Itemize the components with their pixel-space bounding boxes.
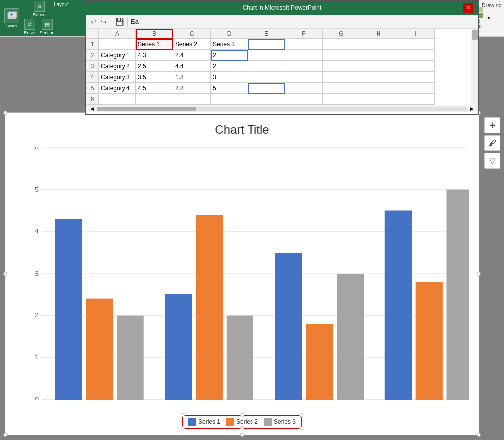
legend-handle-bl[interactable] <box>181 426 185 430</box>
cell-a3[interactable]: Category 2 <box>99 61 136 72</box>
cell-f1[interactable] <box>285 39 323 50</box>
col-header-i[interactable]: I <box>397 29 435 39</box>
handle-bot-center[interactable] <box>240 433 244 437</box>
bar-cat1-s3[interactable] <box>117 316 143 400</box>
cell-f6[interactable] <box>285 94 323 105</box>
cell-a6[interactable] <box>99 94 136 105</box>
scroll-thumb[interactable] <box>97 107 196 111</box>
cell-e2[interactable] <box>248 50 285 61</box>
cell-d5[interactable]: 5 <box>211 83 248 94</box>
bar-cat1-s2[interactable] <box>86 299 113 400</box>
bar-cat2-s2[interactable] <box>196 215 223 400</box>
handle-mid-left[interactable] <box>3 272 7 276</box>
bar-cat2-s1[interactable] <box>165 294 192 400</box>
reset-button[interactable]: ↺ Reset <box>22 18 37 36</box>
cell-d4[interactable]: 3 <box>211 72 248 83</box>
cell-g1[interactable] <box>323 39 360 50</box>
undo-button[interactable]: ↩ <box>90 17 98 27</box>
bar-cat4-s3[interactable] <box>447 190 469 400</box>
scroll-left-button[interactable]: ◀ <box>88 106 96 112</box>
cell-b4[interactable]: 3.5 <box>136 72 173 83</box>
cell-d2[interactable]: 2 <box>211 50 248 61</box>
chart-styles-button[interactable]: 🖌 <box>484 135 500 151</box>
chart-filters-button[interactable]: ▽ <box>484 153 500 169</box>
new-slide-button[interactable]: Slides <box>2 7 21 29</box>
quick-styles-dropdown[interactable]: ▼ <box>487 16 491 21</box>
legend-handle-tc[interactable] <box>240 413 244 417</box>
cell-c6[interactable] <box>173 94 211 105</box>
cell-f2[interactable] <box>285 50 323 61</box>
cell-i4[interactable] <box>397 72 435 83</box>
cell-e1[interactable] <box>248 39 285 50</box>
scrollbar-thumb[interactable] <box>472 30 478 40</box>
cell-e3[interactable] <box>248 61 285 72</box>
handle-mid-right[interactable] <box>477 272 481 276</box>
cell-i2[interactable] <box>397 50 435 61</box>
cell-f5[interactable] <box>285 83 323 94</box>
horizontal-scrollbar[interactable]: ◀ ▶ <box>86 105 478 112</box>
cell-d6[interactable] <box>211 94 248 105</box>
bar-cat3-s1[interactable] <box>275 253 302 400</box>
bar-cat4-s2[interactable] <box>416 282 443 400</box>
cell-c5[interactable]: 2.8 <box>173 83 211 94</box>
cell-h3[interactable] <box>360 61 397 72</box>
cell-g4[interactable] <box>323 72 360 83</box>
cell-f3[interactable] <box>285 61 323 72</box>
cell-b3[interactable]: 2.5 <box>136 61 173 72</box>
bar-cat1-s1[interactable] <box>55 219 82 400</box>
redo-button[interactable]: ↪ <box>100 17 108 27</box>
cell-h5[interactable] <box>360 83 397 94</box>
handle-bot-left[interactable] <box>3 433 7 437</box>
cell-c3[interactable]: 4.4 <box>173 61 211 72</box>
col-header-e[interactable]: E <box>248 29 285 39</box>
col-header-g[interactable]: G <box>323 29 360 39</box>
reuse-slides-button[interactable]: ⧉ Reuse <box>22 0 56 18</box>
cell-h4[interactable] <box>360 72 397 83</box>
cell-e6[interactable] <box>248 94 285 105</box>
window-close-button[interactable]: ✕ <box>463 3 473 13</box>
cell-b6[interactable] <box>136 94 173 105</box>
legend-handle-bc[interactable] <box>240 426 244 430</box>
cell-g3[interactable] <box>323 61 360 72</box>
handle-top-left[interactable] <box>3 111 7 115</box>
cell-i5[interactable] <box>397 83 435 94</box>
cell-g5[interactable] <box>323 83 360 94</box>
cell-e5[interactable] <box>248 83 285 94</box>
cell-c2[interactable]: 2.4 <box>173 50 211 61</box>
cell-d3[interactable]: 2 <box>211 61 248 72</box>
cell-a2[interactable]: Category 1 <box>99 50 136 61</box>
col-header-h[interactable]: H <box>360 29 397 39</box>
cell-c4[interactable]: 1.8 <box>173 72 211 83</box>
cell-d1[interactable]: Series 3 <box>211 39 248 50</box>
bar-cat3-s3[interactable] <box>337 274 364 400</box>
cell-h2[interactable] <box>360 50 397 61</box>
cell-a5[interactable]: Category 4 <box>99 83 136 94</box>
save-icon[interactable]: 💾 <box>114 17 125 27</box>
chart-title[interactable]: Chart Title <box>5 113 479 142</box>
cell-b5[interactable]: 4.5 <box>136 83 173 94</box>
cell-g6[interactable] <box>323 94 360 105</box>
legend-handle-br[interactable] <box>299 426 303 430</box>
add-element-button[interactable]: + <box>484 117 500 133</box>
cell-b2[interactable]: 4.3 <box>136 50 173 61</box>
handle-bot-right[interactable] <box>477 433 481 437</box>
scroll-right-button[interactable]: ▶ <box>468 106 476 112</box>
cell-b1[interactable]: Series 1 <box>136 39 173 50</box>
bar-cat2-s3[interactable] <box>227 316 253 400</box>
cell-i6[interactable] <box>397 94 435 105</box>
col-header-d[interactable]: D <box>211 29 248 39</box>
col-header-a[interactable]: A <box>99 29 136 39</box>
section-button[interactable]: ▤ Section <box>38 18 56 36</box>
col-header-b[interactable]: B <box>136 29 173 39</box>
legend-handle-tl[interactable] <box>181 413 185 417</box>
cell-i1[interactable] <box>397 39 435 50</box>
cell-f4[interactable] <box>285 72 323 83</box>
cell-c1[interactable]: Series 2 <box>173 39 211 50</box>
cell-a1[interactable] <box>99 39 136 50</box>
col-header-c[interactable]: C <box>173 29 211 39</box>
cell-i3[interactable] <box>397 61 435 72</box>
bar-cat3-s2[interactable] <box>306 324 333 400</box>
cell-h1[interactable] <box>360 39 397 50</box>
bar-cat4-s1[interactable] <box>385 211 412 400</box>
col-header-f[interactable]: F <box>285 29 323 39</box>
